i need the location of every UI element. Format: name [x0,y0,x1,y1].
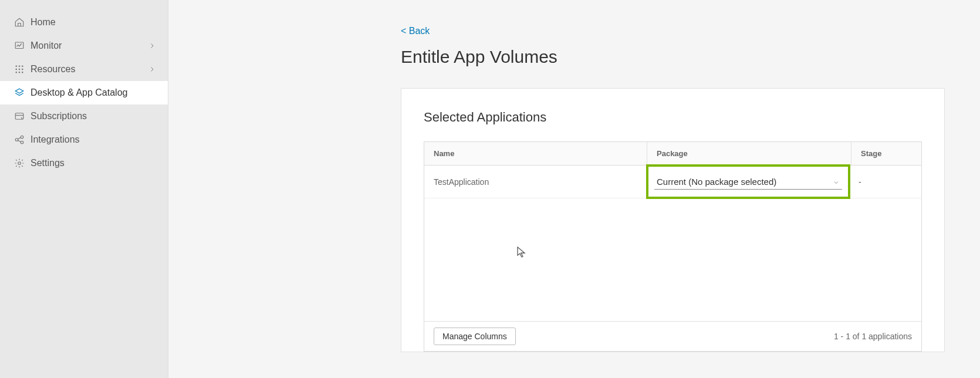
svg-point-11 [15,139,18,141]
applications-table: Name Package Stage TestApplication Curre… [424,141,922,352]
svg-point-8 [19,72,20,73]
column-header-name[interactable]: Name [424,142,647,165]
sidebar-item-label: Subscriptions [31,111,156,122]
layers-icon [14,87,25,98]
chevron-right-icon [148,42,156,50]
svg-rect-0 [15,42,23,49]
sidebar-item-desktop-app-catalog[interactable]: Desktop & App Catalog [0,81,168,104]
svg-point-7 [16,72,17,73]
sidebar-item-integrations[interactable]: Integrations [0,128,168,151]
home-icon [14,17,25,28]
package-select[interactable]: Current (No package selected) [654,174,842,190]
table-row: TestApplication Current (No package sele… [424,166,921,198]
sidebar-item-label: Resources [31,64,148,75]
table-header: Name Package Stage [424,142,921,166]
sidebar-item-label: Monitor [31,41,148,51]
svg-point-4 [16,69,17,70]
sidebar: Home Monitor Resources Desktop & App Cat… [0,0,168,378]
main-content: < Back Entitle App Volumes Selected Appl… [168,0,980,378]
svg-point-1 [16,66,17,67]
cell-name: TestApplication [424,166,647,198]
package-select-value: Current (No package selected) [657,177,776,187]
sidebar-item-home[interactable]: Home [0,11,168,34]
svg-point-9 [22,72,23,73]
sidebar-item-label: Integrations [31,134,156,145]
svg-point-2 [19,66,20,67]
section-title: Selected Applications [424,110,922,125]
svg-point-6 [22,69,23,70]
svg-point-14 [18,162,21,165]
table-body: TestApplication Current (No package sele… [424,166,921,321]
svg-point-12 [21,136,23,139]
chart-icon [14,41,25,51]
column-header-package[interactable]: Package [647,142,851,165]
grid-icon [14,64,25,75]
svg-point-3 [22,66,23,67]
mouse-cursor-icon [517,247,526,260]
manage-columns-button[interactable]: Manage Columns [434,328,516,345]
sidebar-item-label: Settings [31,158,156,168]
back-link[interactable]: < Back [401,26,430,36]
svg-point-5 [19,69,20,70]
share-icon [14,134,25,145]
sidebar-item-settings[interactable]: Settings [0,151,168,175]
row-count-label: 1 - 1 of 1 applications [834,332,912,341]
table-footer: Manage Columns 1 - 1 of 1 applications [424,321,921,351]
gear-icon [14,158,25,168]
sidebar-item-monitor[interactable]: Monitor [0,34,168,58]
cell-package: Current (No package selected) [646,164,850,199]
svg-point-13 [21,141,23,144]
column-header-stage[interactable]: Stage [851,142,921,165]
panel: Selected Applications Name Package Stage… [401,88,945,352]
sidebar-item-label: Home [31,17,156,28]
sidebar-item-label: Desktop & App Catalog [31,87,156,98]
sidebar-item-resources[interactable]: Resources [0,58,168,81]
cell-stage: - [849,166,921,198]
chevron-down-icon [833,178,840,188]
sidebar-item-subscriptions[interactable]: Subscriptions [0,104,168,128]
page-title: Entitle App Volumes [401,47,980,67]
chevron-right-icon [148,65,156,73]
card-icon [14,111,25,122]
